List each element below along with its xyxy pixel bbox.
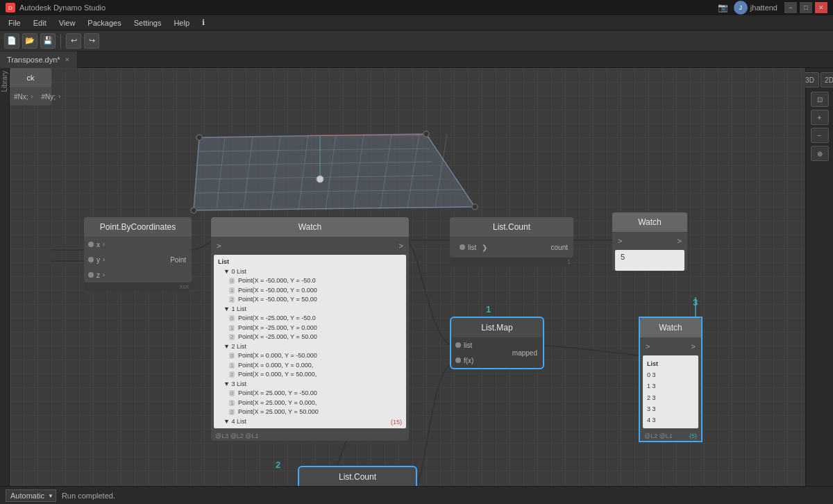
menu-info[interactable]: ℹ [196, 17, 210, 28]
port-y: y › [84, 252, 165, 267]
list-map-header: List.Map [451, 318, 543, 337]
tab-close-icon[interactable]: ✕ [65, 56, 70, 63]
watch2-header: Watch [612, 212, 687, 232]
user-badge: J jhattend [734, 1, 777, 15]
watch3-content: List 0 3 1 3 2 3 3 3 4 3 [643, 355, 698, 428]
close-button[interactable]: ✕ [815, 2, 827, 13]
node-footer: xxx [84, 283, 192, 291]
menu-view[interactable]: View [53, 17, 81, 28]
point-by-coordinates-node[interactable]: Point.ByCoordinates x › y › [84, 217, 192, 291]
new-button[interactable]: 📄 [4, 33, 19, 49]
open-button[interactable]: 📂 [22, 33, 37, 49]
watch1-node[interactable]: Watch > > List ▼ 0 List 0 Point(X = -50.… [211, 217, 409, 441]
tab-bar: Transpose.dyn* ✕ [0, 51, 833, 68]
watch2-body: > > 5 [612, 232, 687, 271]
username: jhattend [750, 3, 777, 12]
port-z: z › [84, 267, 165, 283]
library-panel[interactable]: Library [0, 68, 10, 486]
library-label[interactable]: Library [1, 71, 8, 92]
watch1-content: List ▼ 0 List 0 Point(X = -50.000, Y = -… [214, 255, 406, 428]
toolbar: 📄 📂 💾 ↩ ↪ [0, 31, 833, 51]
watch1-list-tree: List ▼ 0 List 0 Point(X = -50.000, Y = -… [218, 258, 402, 426]
avatar: J [734, 1, 748, 15]
status-bar: Automatic ▼ Run completed. [0, 486, 833, 504]
port-list-map: list [451, 337, 507, 353]
list-count2-header: List.Count [299, 467, 416, 486]
menu-bar: File Edit View Packages Settings Help ℹ [0, 15, 833, 31]
maximize-button[interactable]: □ [800, 2, 812, 13]
number-label-3: 3 [693, 297, 698, 308]
watch2-node[interactable]: Watch > > 5 [612, 212, 687, 274]
watch2-ports: > > [612, 232, 687, 250]
point-by-coordinates-header: Point.ByCoordinates [84, 217, 192, 237]
menu-settings[interactable]: Settings [128, 17, 167, 28]
zoom-in-button[interactable]: + [811, 110, 829, 125]
app-title: Autodesk Dynamo Studio [19, 3, 106, 12]
watch1-header: Watch [211, 217, 409, 237]
camera-icon[interactable]: 📷 [716, 0, 731, 15]
status-text: Run completed. [62, 492, 115, 500]
tab-transpose[interactable]: Transpose.dyn* ✕ [0, 51, 78, 68]
port-mapped-out: mapped [507, 337, 543, 368]
menu-file[interactable]: File [3, 17, 26, 28]
input-node-header: ck [10, 68, 51, 87]
list-count1-node[interactable]: List.Count list ❯ count 1 [450, 217, 573, 266]
watch3-footer: @L2 @L1 (5) [640, 431, 701, 441]
menu-packages[interactable]: Packages [82, 17, 126, 28]
watch1-footer: @L3 @L2 @L1 [211, 431, 409, 441]
watch3-body: > > List 0 3 1 3 2 3 3 3 4 3 @L2 @L1 (5) [640, 337, 701, 441]
zoom-out-button[interactable]: − [811, 128, 829, 143]
tab-label: Transpose.dyn* [7, 56, 60, 64]
port-x: x › [84, 237, 165, 252]
zoom-reset-button[interactable]: ⊕ [811, 146, 829, 161]
right-panel: 3D 2D ⊡ + − ⊕ [805, 68, 833, 486]
point-out-port: Point [165, 237, 192, 283]
input-node-body: #Nx; › #Ny; › [10, 87, 51, 106]
redo-button[interactable]: ↪ [84, 33, 99, 49]
watch1-count-badge: (15) [391, 419, 402, 426]
zoom-fit-button[interactable]: ⊡ [811, 92, 829, 107]
port-fx: f(x) [451, 353, 507, 368]
minimize-button[interactable]: − [784, 2, 797, 13]
list-count1-value: 1 [450, 258, 573, 266]
watch1-body: > > List ▼ 0 List 0 Point(X = -50.000, Y… [211, 237, 409, 441]
title-bar: D Autodesk Dynamo Studio 📷 J jhattend − … [0, 0, 833, 15]
port-ny: #Ny; › [37, 89, 65, 104]
port-nx: #Nx; › [10, 89, 37, 104]
list-map-node[interactable]: List.Map list f(x) mapped [451, 318, 543, 368]
number-label-2: 2 [276, 460, 280, 470]
app-icon: D [6, 3, 15, 12]
save-button[interactable]: 💾 [40, 33, 56, 49]
watch3-node[interactable]: Watch > > List 0 3 1 3 2 3 3 3 4 3 [640, 318, 701, 441]
port-list-in1: list ❯ [455, 240, 540, 255]
input-node[interactable]: ck #Nx; › #Ny; › [10, 68, 51, 106]
main-area: Library [0, 68, 833, 486]
watch1-ports: > > [211, 237, 409, 255]
2d-view-button[interactable]: 2D [821, 72, 834, 87]
list-count1-body: list ❯ count [450, 237, 573, 258]
canvas[interactable]: ck #Nx; › #Ny; › Point.ByCoordinates [10, 68, 805, 486]
watch3-header: Watch [640, 318, 701, 337]
watch3-ports: > > [640, 337, 701, 355]
undo-button[interactable]: ↩ [66, 33, 81, 49]
menu-help[interactable]: Help [168, 17, 195, 28]
watch2-value: 5 [615, 250, 684, 271]
number-label-1: 1 [486, 304, 491, 314]
separator [60, 34, 61, 48]
list-count1-header: List.Count [450, 217, 573, 237]
run-mode-dropdown[interactable]: Automatic ▼ [6, 489, 56, 502]
list-map-body: list f(x) mapped [451, 337, 543, 368]
port-count-out1: count [546, 242, 573, 253]
point-by-coordinates-body: x › y › z › Point [84, 237, 192, 283]
menu-edit[interactable]: Edit [28, 17, 52, 28]
list-count2-node[interactable]: List.Count list ❯ count 1 [299, 467, 416, 486]
